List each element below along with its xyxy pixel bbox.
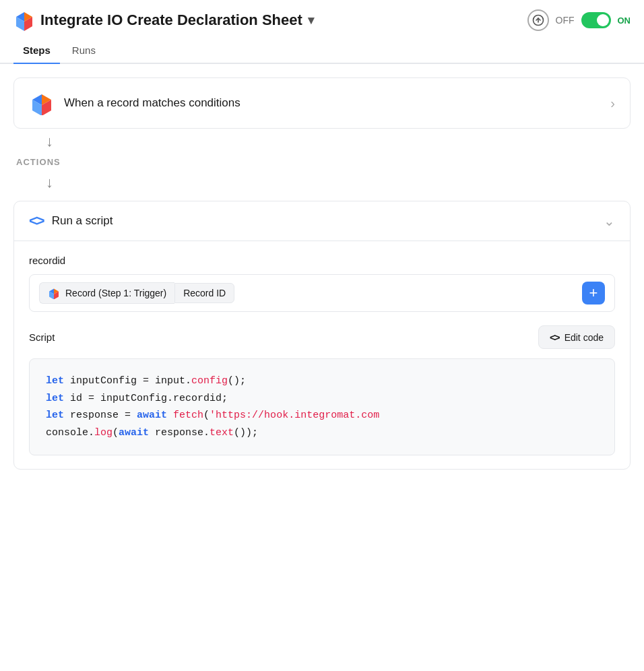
- script-title: Run a script: [52, 214, 113, 228]
- toggle-on-label: ON: [618, 15, 631, 26]
- trigger-row[interactable]: When a record matches conditions ›: [14, 78, 630, 128]
- tab-steps[interactable]: Steps: [13, 38, 60, 64]
- main-content: When a record matches conditions › ↓ ACT…: [0, 64, 644, 483]
- edit-code-button[interactable]: <> Edit code: [538, 325, 615, 349]
- token-airtable-icon: [48, 287, 60, 299]
- airtable-icon: [30, 91, 54, 115]
- title-chevron-icon[interactable]: ▾: [308, 13, 314, 28]
- token-record-id[interactable]: Record ID: [174, 283, 234, 303]
- token-trigger-label: Record (Step 1: Trigger): [65, 288, 166, 298]
- script-section-header: Script <> Edit code: [29, 325, 615, 349]
- toggle-off-label: OFF: [556, 15, 575, 26]
- script-card: <> Run a script ⌄ recordid Record (Step …: [13, 201, 631, 470]
- code-line-4: console.log(await response.text());: [46, 424, 598, 442]
- toggle-switch[interactable]: [581, 12, 611, 28]
- script-chevron-down-icon[interactable]: ⌄: [604, 213, 615, 229]
- code-brackets-icon: <>: [29, 212, 44, 230]
- trigger-label: When a record matches conditions: [64, 96, 240, 110]
- arrow-down-icon-1: ↓: [46, 134, 53, 149]
- header-right: OFF ON: [527, 9, 631, 31]
- token-trigger[interactable]: Record (Step 1: Trigger): [39, 282, 174, 304]
- add-token-button[interactable]: +: [582, 282, 605, 305]
- page-title-container: Integrate IO Create Declaration Sheet ▾: [13, 9, 314, 31]
- tabs-bar: Steps Runs: [0, 38, 644, 64]
- script-header-left: <> Run a script: [29, 212, 112, 230]
- trigger-chevron-right-icon[interactable]: ›: [610, 96, 615, 111]
- page-title: Integrate IO Create Declaration Sheet: [40, 11, 302, 29]
- trigger-left: When a record matches conditions: [29, 90, 240, 116]
- arrow-connector-2: ↓: [13, 170, 631, 195]
- edit-code-label: Edit code: [565, 332, 604, 343]
- arrow-down-icon-2: ↓: [46, 175, 53, 190]
- code-block: let inputConfig = input.config(); let id…: [29, 358, 615, 455]
- header: Integrate IO Create Declaration Sheet ▾ …: [0, 0, 644, 31]
- script-section-label: Script: [29, 331, 55, 343]
- tab-runs[interactable]: Runs: [63, 38, 105, 64]
- code-line-1: let inputConfig = input.config();: [46, 373, 598, 390]
- code-line-3: let response = await fetch('https://hook…: [46, 407, 598, 424]
- script-card-header[interactable]: <> Run a script ⌄: [14, 201, 630, 241]
- field-label-recordid: recordid: [29, 255, 615, 266]
- edit-code-icon: <>: [550, 331, 559, 343]
- toggle-knob: [597, 14, 609, 26]
- trigger-icon: [29, 90, 55, 116]
- actions-section-label: ACTIONS: [13, 154, 631, 170]
- script-body: recordid Record (Step 1: Trigger) Record…: [14, 241, 630, 469]
- token-row: Record (Step 1: Trigger) Record ID +: [29, 274, 615, 312]
- trigger-card: When a record matches conditions ›: [13, 77, 631, 129]
- arrow-connector-1: ↓: [13, 129, 631, 154]
- upload-icon[interactable]: [527, 9, 549, 31]
- code-line-2: let id = inputConfig.recordid;: [46, 390, 598, 408]
- app-logo-icon: [13, 9, 35, 31]
